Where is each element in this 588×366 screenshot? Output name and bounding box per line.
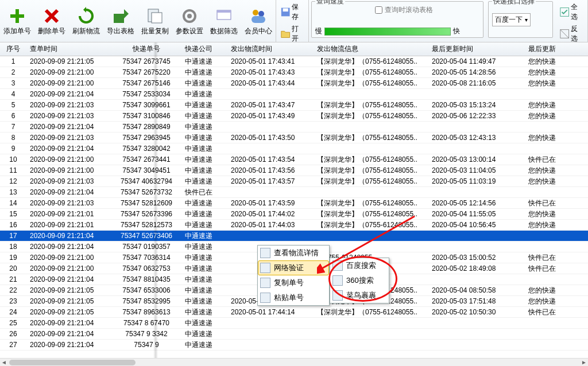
params-button[interactable]: 参数设置 [172, 0, 207, 42]
batch-copy-button[interactable]: 批量复制 [138, 0, 172, 42]
filter-button[interactable]: 数据筛选 [207, 0, 241, 42]
col-company[interactable]: 快递公司 [181, 43, 227, 55]
cell: 2020-05-01 17:43:50 [227, 133, 314, 143]
export-button[interactable]: 导出表格 [103, 0, 138, 42]
table-row[interactable]: 132020-09-09 21:21:0475347 52673732快件已在 [0, 187, 588, 198]
col-index[interactable]: 序号 [0, 43, 26, 55]
table-row[interactable]: 92020-09-09 21:21:0475347 3280042中通速递 [0, 143, 588, 154]
cell: 2020-09-09 21:21:04 [26, 242, 111, 252]
speed-slider[interactable] [324, 28, 451, 36]
table-row[interactable]: 62020-09-09 21:21:0375347 3100846中通速递202… [0, 111, 588, 122]
table-row[interactable]: 42020-09-09 21:21:0475347 2533034中通速递 [0, 89, 588, 100]
cell: 中通速递 [181, 99, 227, 111]
cell: 75347 52812573 [111, 220, 181, 230]
svg-point-11 [253, 10, 258, 15]
cell: 2020-09-09 21:21:01 [26, 220, 111, 230]
col-update-msg[interactable]: 最后更新 [525, 43, 588, 55]
cell: 3 [0, 78, 26, 88]
table-row[interactable]: 12020-09-09 21:21:0575347 2673745中通速递202… [0, 56, 588, 67]
cell: 2020-05-01 17:43:59 [227, 198, 314, 208]
cell: 2020-05-03 13:00:14 [428, 154, 525, 165]
save-button[interactable]: 保存 [278, 1, 306, 23]
invert-select-button[interactable]: 反选 [558, 23, 585, 45]
table-row[interactable]: 272020-09-09 21:21:0475347 9中通速递 [0, 340, 588, 351]
invert-select-icon [559, 28, 570, 40]
ctx-baidu[interactable]: 百度搜索 [330, 258, 389, 273]
cell: 2020-05-02 10:50:30 [428, 307, 525, 317]
cell: 中通速递 [181, 143, 227, 155]
scroll-thumb[interactable] [9, 360, 136, 365]
baidu-icon [332, 260, 343, 271]
cell: 75347 2533034 [111, 89, 181, 99]
table-row[interactable]: 152020-09-09 21:21:0175347 52673396中通速递2… [0, 209, 588, 220]
interface-title: 快递接口选择 [492, 0, 536, 6]
col-tracking-no[interactable]: 快递单号 [111, 43, 181, 55]
col-update-time[interactable]: 最后更新时间 [428, 43, 525, 55]
cell: 中通速递 [181, 241, 227, 253]
cell: 2020-05-01 17:43:44 [227, 78, 314, 88]
scroll-right-icon[interactable]: ► [580, 359, 588, 365]
cell [227, 322, 314, 324]
table-row[interactable]: 142020-09-09 21:21:0375347 52812609中通速递2… [0, 198, 588, 209]
cell: 2020-09-09 21:21:03 [26, 133, 111, 143]
cell [227, 235, 314, 237]
cell: 【深圳龙华】（0755-61248055.. [314, 56, 428, 68]
table-row[interactable]: 162020-09-09 21:21:0175347 52812573中通速递2… [0, 220, 588, 231]
table-row[interactable]: 112020-09-09 21:21:0075347 3049451中通速递20… [0, 165, 588, 176]
cell: 23 [0, 296, 26, 306]
cell: 2020-09-09 21:21:00 [26, 165, 111, 176]
s360-icon [332, 275, 343, 286]
ctx-copy-no[interactable]: 复制单号 [258, 275, 329, 290]
cell [428, 93, 525, 95]
table-row[interactable]: 32020-09-09 21:21:0075347 2675146中通速递202… [0, 78, 588, 89]
scroll-left-icon[interactable]: ◄ [0, 359, 8, 365]
cell: 2020-05-03 15:13:24 [428, 100, 525, 110]
cell [227, 344, 314, 346]
delete-button[interactable]: 删除单号 [34, 0, 69, 42]
paste-icon [260, 293, 270, 303]
table-row[interactable]: 242020-09-09 21:21:0575347 8963613中通速递20… [0, 307, 588, 318]
ctx-net-verify[interactable]: 网络验证▸ [258, 260, 329, 275]
table-row[interactable]: 102020-09-09 21:21:0075347 2673441中通速递20… [0, 154, 588, 165]
cell: 10 [0, 154, 26, 165]
ctx-cainiao[interactable]: 菜鸟裹裹 [330, 288, 389, 303]
cell: 20 [0, 263, 26, 274]
interface-select[interactable]: 百度一下 [492, 13, 531, 26]
cell: 75347 9 [111, 340, 181, 350]
table-row[interactable]: 82020-09-09 21:21:0375347 2963945中通速递202… [0, 133, 588, 143]
cell: 5 [0, 100, 26, 110]
vip-button[interactable]: 会员中心 [241, 0, 276, 42]
table-row[interactable]: 122020-09-09 21:21:0375347 40632794中通速递2… [0, 176, 588, 187]
cell: 2020-05-05 14:28:56 [428, 67, 525, 77]
col-query-time[interactable]: 查单时间 [26, 43, 111, 55]
cell: 25 [0, 318, 26, 328]
table-row[interactable]: 262020-09-09 21:21:0475347 9 3342中通速递 [0, 329, 588, 340]
context-submenu: 百度搜索 360搜索 菜鸟裹裹 [330, 258, 389, 303]
refresh-button[interactable]: 刷新物流 [69, 0, 103, 42]
context-menu: 查看物流详情 网络验证▸ 复制单号 粘贴单号 [257, 245, 330, 306]
cell: 您的快递 [525, 208, 588, 220]
cell: 您的快递 [525, 285, 588, 297]
open-button[interactable]: 打开 [278, 23, 306, 45]
ctx-paste-no[interactable]: 粘贴单号 [258, 290, 329, 305]
ctx-360[interactable]: 360搜索 [330, 273, 389, 288]
col-send-info[interactable]: 发出物流信息 [314, 43, 428, 55]
ctx-view-detail[interactable]: 查看物流详情 [258, 246, 329, 260]
col-send-time[interactable]: 发出物流时间 [227, 43, 314, 55]
horizontal-scrollbar[interactable]: ◄ ► [0, 358, 588, 366]
cell: 75347 3280042 [111, 143, 181, 154]
add-button[interactable]: 添加单号 [0, 0, 34, 42]
table-row[interactable]: 22020-09-09 21:21:0075347 2675220中通速递202… [0, 67, 588, 78]
cell: 中通速递 [181, 154, 227, 166]
table-row[interactable]: 172020-09-09 21:21:0475347 52673406中通速递 [0, 231, 588, 242]
detail-icon [260, 248, 270, 258]
table-row[interactable]: 52020-09-09 21:21:0375347 3099661中通速递202… [0, 100, 588, 111]
cell: 75347 52673732 [111, 187, 181, 197]
scroll-on-query-checkbox[interactable] [375, 6, 382, 14]
table-row[interactable]: 72020-09-09 21:21:0475347 2890849中通速递 [0, 122, 588, 133]
table-row[interactable]: 252020-09-09 21:21:0475347 8 67470中通速递 [0, 318, 588, 329]
cell: 2020-05-06 12:22:33 [428, 111, 525, 121]
cell: 2020-05-01 17:43:43 [227, 67, 314, 77]
select-all-button[interactable]: 全选 [558, 1, 585, 23]
cell: 6 [0, 111, 26, 121]
